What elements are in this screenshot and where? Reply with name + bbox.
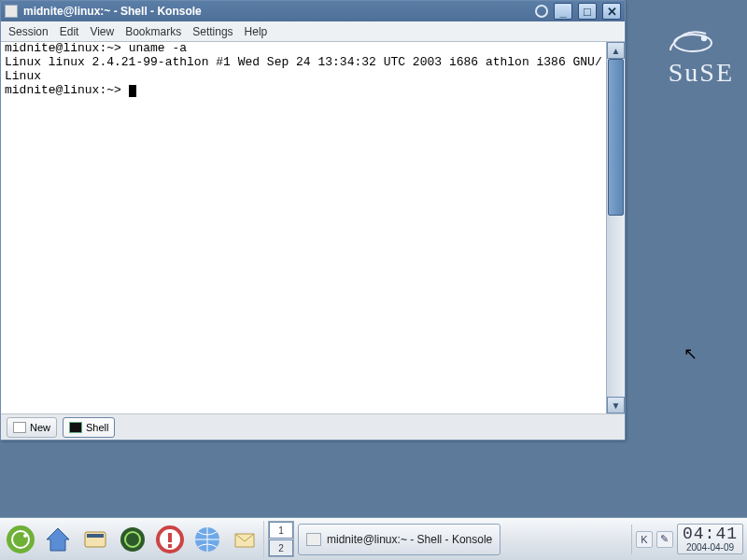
tab-shell[interactable]: Shell (63, 417, 115, 438)
taskbar: 1 2 midnite@linux:~ - Shell - Konsole K … (0, 517, 747, 560)
menu-view[interactable]: View (90, 25, 114, 38)
window-icon (5, 5, 18, 18)
svg-rect-12 (168, 533, 172, 542)
workspace-2[interactable]: 2 (269, 539, 293, 556)
suse-text: SuSE (669, 58, 734, 88)
home-button[interactable] (41, 522, 75, 557)
help-button[interactable] (153, 522, 187, 557)
shell-icon (69, 422, 82, 433)
text-cursor (129, 85, 136, 97)
task-konsole[interactable]: midnite@linux:~ - Shell - Konsole (298, 524, 500, 555)
tray-icon-2[interactable]: ✎ (656, 531, 673, 548)
clock[interactable]: 04:41 2004-04-09 (677, 524, 743, 554)
minimize-button[interactable]: _ (554, 3, 572, 20)
clock-time: 04:41 (683, 525, 738, 542)
systray: K ✎ 04:41 2004-04-09 (631, 524, 743, 554)
command-text: uname -a (129, 42, 187, 55)
svg-point-9 (120, 527, 145, 552)
quicklaunch (4, 521, 264, 558)
menu-settings[interactable]: Settings (192, 25, 233, 38)
shell-label: Shell (86, 422, 108, 433)
mail-launcher[interactable] (228, 522, 261, 557)
maximize-button[interactable]: □ (578, 3, 597, 20)
window-title: midnite@linux:~ - Shell - Konsole (21, 5, 529, 18)
menu-session[interactable]: Session (8, 25, 49, 38)
task-label: midnite@linux:~ - Shell - Konsole (327, 533, 492, 546)
tabbar: New Shell (1, 413, 625, 440)
titlebar[interactable]: midnite@linux:~ - Shell - Konsole _ □ ✕ (1, 1, 625, 21)
menu-bookmarks[interactable]: Bookmarks (125, 25, 181, 38)
new-session-button[interactable]: New (7, 417, 57, 438)
output-line: Linux linux 2.4.21-99-athlon #1 Wed Sep … (5, 55, 602, 83)
browser-launcher[interactable] (190, 522, 224, 557)
workspace-1[interactable]: 1 (269, 522, 293, 539)
shell-launcher[interactable] (78, 522, 112, 557)
svg-rect-8 (87, 534, 104, 538)
page-icon (13, 422, 26, 433)
svg-point-1 (701, 35, 707, 41)
pager: 1 2 (268, 521, 294, 557)
suse-launcher[interactable] (116, 522, 149, 557)
scroll-up-icon[interactable]: ▲ (607, 42, 625, 59)
svg-point-3 (7, 525, 35, 553)
scrollbar[interactable]: ▲ ▼ (606, 42, 625, 413)
new-label: New (30, 422, 50, 433)
prompt-2: midnite@linux:~> (5, 83, 129, 97)
svg-marker-6 (47, 528, 69, 551)
terminal[interactable]: midnite@linux:~> uname -a Linux linux 2.… (1, 42, 606, 413)
suse-logo: SuSE (669, 22, 734, 88)
klipper-icon[interactable]: K (636, 531, 653, 548)
svg-rect-13 (168, 544, 172, 548)
clock-date: 2004-04-09 (683, 543, 738, 553)
kmenu-button[interactable] (4, 522, 37, 557)
konsole-window: midnite@linux:~ - Shell - Konsole _ □ ✕ … (0, 0, 626, 441)
menu-help[interactable]: Help (245, 25, 268, 38)
scroll-down-icon[interactable]: ▼ (607, 397, 625, 413)
close-button[interactable]: ✕ (602, 3, 621, 20)
prompt-1: midnite@linux:~> (5, 42, 129, 55)
menu-edit[interactable]: Edit (60, 25, 79, 38)
svg-point-2 (536, 6, 547, 17)
scroll-track[interactable] (607, 59, 625, 397)
task-icon (306, 533, 321, 546)
suse-decor-icon (533, 3, 550, 20)
svg-point-5 (23, 534, 27, 538)
menubar: Session Edit View Bookmarks Settings Hel… (1, 21, 625, 42)
mouse-cursor: ↖ (684, 343, 698, 364)
scroll-thumb[interactable] (608, 59, 624, 216)
